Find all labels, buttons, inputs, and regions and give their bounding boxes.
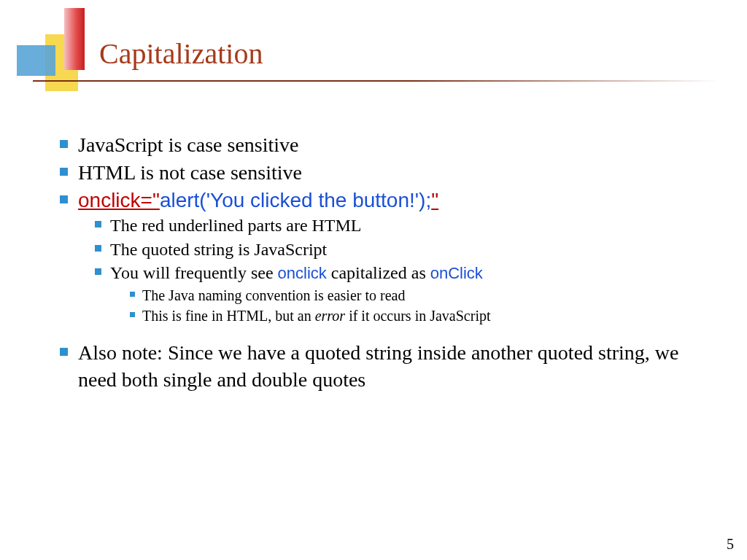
bullet-text: The Java naming convention is easier to …: [142, 285, 405, 306]
bullet-icon: [130, 292, 135, 297]
bullet-icon: [60, 195, 68, 203]
deco-blue-block: [17, 45, 55, 76]
bullet-item: JavaScript is case sensitive: [60, 131, 702, 159]
title-rule: [33, 80, 719, 82]
text-fragment: if it occurs in JavaScript: [345, 308, 490, 324]
code-token: onClick: [430, 264, 483, 282]
bullet-item: You will frequently see onclick capitali…: [95, 261, 702, 284]
code-html-part: onclick=": [78, 189, 160, 211]
bullet-icon: [60, 140, 68, 148]
bullet-icon: [95, 245, 101, 252]
bullet-item: The Java naming convention is easier to …: [130, 285, 702, 306]
sublist-container: The Java naming convention is easier to …: [95, 285, 702, 326]
slide-body: JavaScript is case sensitive HTML is not…: [60, 131, 702, 394]
bullet-item-code: onclick="alert('You clicked the button!'…: [60, 187, 702, 214]
bullet-icon: [95, 268, 101, 275]
bullet-item: This is fine in HTML, but an error if it…: [130, 306, 702, 326]
bullet-text: This is fine in HTML, but an error if it…: [142, 306, 491, 326]
text-fragment: This is fine in HTML, but an: [142, 308, 315, 324]
bullet-icon: [60, 348, 68, 356]
code-token: onclick: [278, 264, 327, 282]
bullet-item: HTML is not case sensitive: [60, 159, 702, 187]
sublist-container: The red underlined parts are HTML The qu…: [60, 214, 702, 325]
bullet-item: The quoted string is JavaScript: [95, 238, 702, 261]
text-fragment: You will frequently see: [110, 263, 278, 282]
bullet-icon: [60, 168, 68, 176]
page-number: 5: [727, 536, 734, 553]
deco-red-block: [64, 8, 85, 70]
code-html-part: ": [431, 189, 438, 211]
spacer: [60, 326, 702, 339]
slide: Capitalization JavaScript is case sensit…: [0, 0, 747, 560]
bullet-text: You will frequently see onclick capitali…: [110, 261, 483, 284]
bullet-text: The quoted string is JavaScript: [110, 238, 327, 261]
bullet-icon: [130, 312, 135, 317]
bullet-text: HTML is not case sensitive: [78, 159, 302, 187]
bullet-icon: [95, 221, 101, 228]
bullet-text: The red underlined parts are HTML: [110, 214, 362, 237]
bullet-item: Also note: Since we have a quoted string…: [60, 339, 702, 394]
code-line: onclick="alert('You clicked the button!'…: [78, 187, 438, 214]
bullet-item: The red underlined parts are HTML: [95, 214, 702, 237]
slide-title: Capitalization: [99, 36, 263, 71]
bullet-text: Also note: Since we have a quoted string…: [78, 339, 702, 394]
text-emphasis: error: [315, 308, 345, 324]
text-fragment: capitalized as: [327, 263, 430, 282]
code-js-part: alert('You clicked the button!');: [160, 189, 431, 211]
bullet-text: JavaScript is case sensitive: [78, 131, 298, 159]
